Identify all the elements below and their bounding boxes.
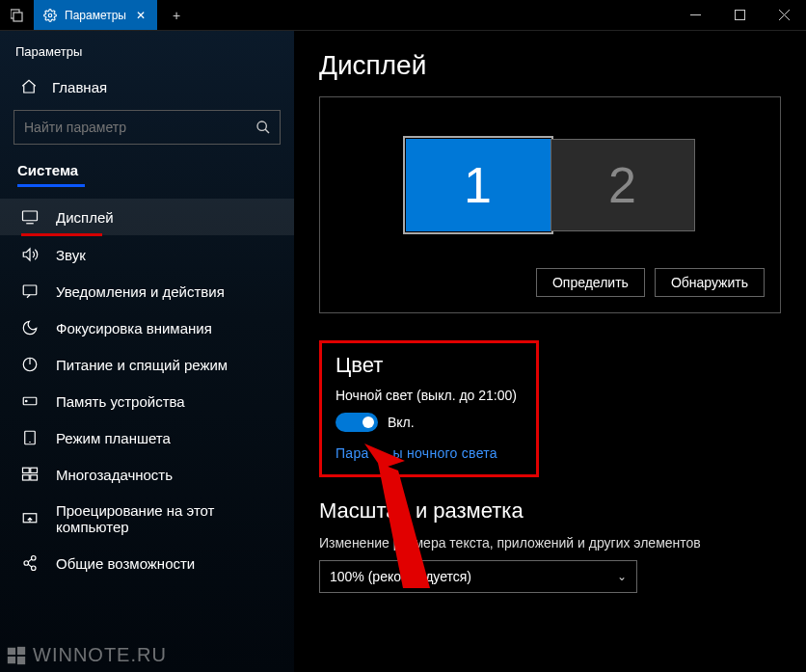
night-light-settings-link[interactable]: Пара ы ночного света <box>336 445 523 461</box>
monitor-1[interactable]: 1 <box>406 139 551 231</box>
monitors-box: 1 2 Определить Обнаружить <box>319 96 781 313</box>
monitor-2[interactable]: 2 <box>551 139 695 231</box>
monitors-area: 1 2 <box>336 113 765 256</box>
multitask-icon <box>21 466 39 483</box>
home-label: Главная <box>52 79 107 95</box>
scale-h-b: и разметка <box>416 498 524 523</box>
svg-rect-9 <box>23 211 38 221</box>
svg-line-29 <box>28 564 32 567</box>
titlebar-drag-area <box>196 0 673 30</box>
sidebar-item-label: Фокусировка внимания <box>56 320 212 336</box>
titlebar-left: Параметры ✕ + <box>0 0 196 30</box>
project-icon <box>21 510 39 527</box>
identify-button[interactable]: Определить <box>536 268 645 297</box>
svg-rect-34 <box>8 656 15 662</box>
category-underline <box>17 184 85 187</box>
sidebar-item-label: Многозадачность <box>56 467 173 483</box>
sidebar-item-label: Проецирование на этот компьютер <box>56 502 273 535</box>
night-light-toggle[interactable] <box>336 413 378 432</box>
svg-rect-4 <box>735 11 744 20</box>
watermark: WINNOTE.RU <box>6 644 167 666</box>
minimize-icon <box>690 10 701 20</box>
home-icon <box>19 78 39 95</box>
sidebar-item-storage[interactable]: Память устройства <box>0 383 294 419</box>
window-controls <box>673 0 806 30</box>
monitors-actions: Определить Обнаружить <box>336 268 765 297</box>
sound-icon <box>21 246 39 263</box>
svg-rect-20 <box>31 468 38 472</box>
close-icon <box>779 10 790 20</box>
close-button[interactable] <box>762 0 806 30</box>
detect-button[interactable]: Обнаружить <box>655 268 765 297</box>
chevron-down-icon: ⌄ <box>617 570 627 583</box>
color-highlight-box: Цвет Ночной свет (выкл. до 21:00) Вкл. П… <box>319 340 539 477</box>
svg-point-7 <box>257 121 266 130</box>
sidebar-item-display[interactable]: Дисплей <box>0 199 294 235</box>
link-part-a: Пара <box>336 445 369 461</box>
svg-rect-35 <box>17 656 25 663</box>
home-nav[interactable]: Главная <box>0 68 294 105</box>
sidebar-item-label: Звук <box>56 247 86 263</box>
sidebar-item-sound[interactable]: Звук <box>0 236 294 273</box>
sidebar-item-label: Питание и спящий режим <box>56 357 228 373</box>
storage-icon <box>21 392 39 410</box>
category-header: Система <box>0 156 294 182</box>
sidebar-title: Параметры <box>0 40 294 68</box>
sidebar-item-shared[interactable]: Общие возможности <box>0 545 294 581</box>
sidebar-item-label: Общие возможности <box>56 555 195 572</box>
svg-point-2 <box>48 13 52 17</box>
svg-rect-21 <box>23 475 30 480</box>
watermark-text: WINNOTE.RU <box>33 644 167 666</box>
app-body: Параметры Главная Система Дисплей Звук <box>0 31 806 672</box>
sidebar-item-label: Режим планшета <box>56 430 171 446</box>
night-light-label: Ночной свет (выкл. до 21:00) <box>336 388 523 403</box>
scale-dropdown[interactable]: 100% (рекомендуется) ⌄ <box>319 560 637 593</box>
scale-description: Изменение размера текста, приложений и д… <box>319 535 781 551</box>
svg-line-8 <box>265 129 269 133</box>
sidebar-item-label: Память устройства <box>56 393 185 410</box>
gear-icon <box>43 9 57 22</box>
night-light-toggle-row: Вкл. <box>336 413 523 432</box>
search-icon <box>255 120 271 135</box>
sidebar-item-multitask[interactable]: Многозадачность <box>0 456 294 493</box>
svg-rect-1 <box>13 13 22 21</box>
page-title: Дисплей <box>319 50 781 81</box>
search-wrap <box>13 110 281 145</box>
titlebar: Параметры ✕ + <box>0 0 806 31</box>
svg-line-28 <box>28 559 32 562</box>
sidebar-item-label: Уведомления и действия <box>56 283 225 300</box>
shared-icon <box>21 554 39 572</box>
sidebar-item-power[interactable]: Питание и спящий режим <box>0 346 294 383</box>
sidebar-item-tablet[interactable]: Режим планшета <box>0 419 294 456</box>
maximize-icon <box>735 10 745 20</box>
sidebar-item-notifications[interactable]: Уведомления и действия <box>0 273 294 309</box>
color-section: Цвет Ночной свет (выкл. до 21:00) Вкл. П… <box>319 340 781 593</box>
tab-label: Параметры <box>65 9 126 22</box>
svg-rect-22 <box>31 475 38 480</box>
search-input[interactable] <box>13 110 281 145</box>
sidebar: Параметры Главная Система Дисплей Звук <box>0 31 294 672</box>
sidebar-item-label: Дисплей <box>56 209 114 226</box>
link-part-b: ы ночного света <box>393 445 497 461</box>
svg-point-16 <box>26 400 28 402</box>
svg-rect-32 <box>8 647 15 654</box>
night-light-toggle-state: Вкл. <box>388 415 415 430</box>
svg-rect-12 <box>23 285 37 295</box>
tab-close-button[interactable]: ✕ <box>134 9 148 22</box>
minimize-button[interactable] <box>673 0 717 30</box>
active-tab[interactable]: Параметры ✕ <box>34 0 157 30</box>
color-heading: Цвет <box>336 353 523 378</box>
sidebar-item-projecting[interactable]: Проецирование на этот компьютер <box>0 493 294 545</box>
maximize-button[interactable] <box>717 0 762 30</box>
scale-h-a: Масшта <box>319 498 398 523</box>
sidebar-item-focus[interactable]: Фокусировка внимания <box>0 309 294 346</box>
task-view-button[interactable] <box>0 0 34 30</box>
power-icon <box>21 356 39 373</box>
content: Дисплей 1 2 Определить Обнаружить Цвет Н… <box>294 31 806 672</box>
focus-icon <box>21 319 39 336</box>
scale-value: 100% (рекомендуется) <box>330 569 471 584</box>
svg-rect-33 <box>17 646 25 654</box>
new-tab-button[interactable]: + <box>157 0 196 30</box>
notifications-icon <box>21 282 39 300</box>
display-icon <box>21 208 39 226</box>
